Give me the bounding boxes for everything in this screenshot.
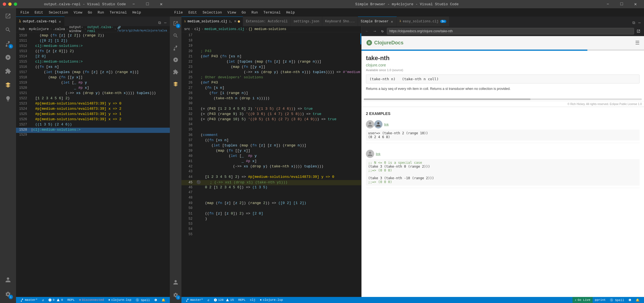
menu-selection[interactable]: Selection [46,9,70,16]
activity-extensions[interactable] [1,65,15,78]
activity-search[interactable] [1,23,15,36]
activity-calva[interactable] [1,78,15,92]
close-window-btn[interactable]: ✕ [155,0,168,8]
r-status-branch[interactable]: master* [184,297,205,303]
right-debug-icon[interactable] [170,54,181,66]
r-status-bell[interactable]: 🔔 [634,297,642,303]
r-status-errors[interactable]: 128 15 [212,297,236,303]
r-status-lsp[interactable]: ● clojure-lsp [258,297,285,303]
right-explorer-icon[interactable]: 1 [170,18,181,29]
bc-medium-file[interactable]: medium_solutions.clj [205,27,244,31]
max-btn-left[interactable] [14,2,17,6]
status-branch[interactable]: master* [18,297,40,303]
repl-icon: λ [19,19,21,24]
c-line-17: 17 [181,33,361,39]
menu-terminal[interactable]: Terminal [107,9,129,16]
bc-calva[interactable]: .calva [53,27,65,31]
status-sync[interactable]: ↺ [40,297,46,303]
more-tabs-btn[interactable]: ⋯ [163,19,168,26]
tab-close-btn[interactable]: ✕ [58,19,62,25]
tab-output-calva-repl[interactable]: λ output.calva-repl ✕ [16,17,65,26]
maximize-window-btn[interactable]: □ [141,0,154,8]
doc-namespace[interactable]: clojure.core [366,63,386,67]
example-1-link[interactable]: link [384,123,389,126]
right-calva-icon[interactable] [170,78,181,90]
r-status-spell[interactable]: Ⓢ Spell [608,297,626,303]
left-tabs-bar: λ output.calva-repl ✕ ⧉ ⋯ [16,17,170,26]
r-status-lang[interactable]: clj [248,297,258,303]
bc-src[interactable]: src [184,27,190,31]
right-search-icon[interactable] [170,30,181,41]
menu-r-run[interactable]: Run [249,9,260,16]
r-status-repl[interactable]: REPL [236,297,248,303]
minimize-right-btn[interactable]: – [601,0,614,8]
menu-r-go[interactable]: Go [239,9,248,16]
menu-r-help[interactable]: Help [284,9,297,16]
minimize-window-btn[interactable]: – [127,0,140,8]
status-icons[interactable]: ❶ [152,297,159,303]
right-extensions-icon[interactable] [170,66,181,78]
split-editor-btn[interactable]: ⧉ [157,20,162,26]
browser-refresh-btn[interactable]: ↻ [379,28,386,34]
maximize-right-btn[interactable]: □ [615,0,628,8]
close-right-btn[interactable]: ✕ [629,0,642,8]
browser-open-external-btn[interactable] [635,28,642,34]
tab-simple-browser[interactable]: Simple Browser ✕ [358,17,397,26]
activity-testing[interactable] [1,92,15,105]
browser-url-input[interactable] [387,28,634,34]
activity-source-control[interactable]: 1 [1,37,15,50]
right-accounts-icon[interactable] [170,277,181,288]
close-btn-left[interactable] [3,2,6,6]
browser-back-btn[interactable]: ← [364,28,370,34]
tab-keyboard[interactable]: Keyboard Sho... [322,17,358,26]
bc-output-file[interactable]: output.calva-repl [87,25,113,33]
r-status-icons[interactable]: ❶ [626,297,634,303]
activity-explorer[interactable] [1,9,15,23]
menu-r-edit[interactable]: Edit [186,9,199,16]
browser-scrollbar[interactable] [364,98,642,100]
status-bell[interactable]: 🔔 [159,297,168,303]
bc-medium-ns[interactable]: {} medium-solutions [249,27,286,31]
min-btn-left[interactable] [8,2,12,6]
status-repl[interactable]: REPL [65,297,77,303]
example-2-link[interactable]: link [376,152,381,155]
more-right-btn[interactable]: ⋯ [637,19,642,26]
tab-close-browser[interactable]: ✕ [390,19,394,25]
menu-go[interactable]: Go [86,9,94,16]
bc-clj[interactable]: clj [194,27,200,31]
menu-help[interactable]: Help [130,9,143,16]
r-status-golive[interactable]: ⚡ Go Live [572,297,593,303]
menu-r-terminal[interactable]: Terminal [261,9,283,16]
activity-run-debug[interactable] [1,51,15,64]
activity-settings[interactable]: 1 [1,288,15,301]
tab-medium-solutions[interactable]: λ medium_solutions.clj 1, M [181,17,243,26]
browser-content[interactable]: ClojureDocs ☰ take-nth clojure.core [361,36,644,297]
menu-edit[interactable]: Edit [32,9,45,16]
r-status-pprint[interactable]: pprint [593,297,608,303]
status-errors[interactable]: 0 0 [46,297,65,303]
menu-r-selection[interactable]: Selection [200,9,224,16]
menu-file[interactable]: File [18,9,31,16]
right-scm-icon[interactable] [170,42,181,53]
activity-accounts[interactable] [1,273,15,286]
status-language[interactable]: ● clojure-lsp [106,297,133,303]
bc-my4clojure[interactable]: my4clojure [29,27,49,31]
menu-run[interactable]: Run [95,9,106,16]
menu-view[interactable]: View [72,9,85,16]
r-status-sync[interactable]: ↺ [205,297,212,303]
menu-r-file[interactable]: File [172,9,185,16]
tab-easy-solutions[interactable]: λ easy_solutions.clj 9+ [397,17,449,26]
split-right-btn[interactable]: ⧉ [631,20,636,26]
browser-forward-btn[interactable]: → [371,28,378,34]
clojuredocs-menu-icon[interactable]: ☰ [635,40,640,46]
center-editor-content[interactable]: 17 18 19 20 ; P43 21 (def P43 (fn [xs n]… [181,32,361,297]
bc-output-window[interactable]: output-window [69,25,83,33]
tab-autoscroll[interactable]: Extension: AutoScroll [243,17,291,26]
status-spell[interactable]: Ⓢ Spell [134,297,152,303]
left-editor-content[interactable]: 1510 (map (fn [z] [z 2]) (range 2)) 1511… [16,32,170,297]
right-settings-icon[interactable]: 1 [170,289,181,301]
menu-r-view[interactable]: View [225,9,238,16]
bc-hub[interactable]: hub [19,27,25,31]
status-disconnected[interactable]: ● Disconnected [77,297,106,303]
tab-settings[interactable]: settings.json [291,17,323,26]
